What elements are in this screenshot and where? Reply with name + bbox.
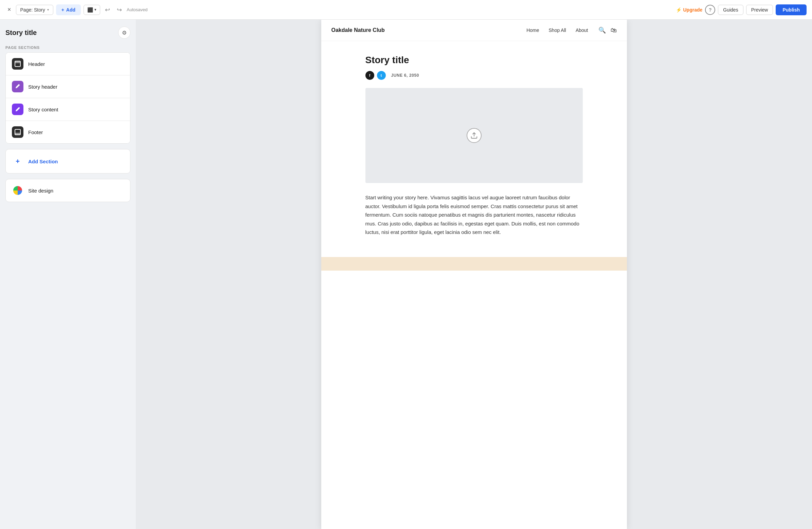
sections-list: Header Story header: [5, 52, 130, 144]
cart-icon[interactable]: 🛍: [611, 27, 617, 34]
svg-rect-4: [15, 133, 20, 135]
chevron-down-icon: ▾: [47, 8, 49, 12]
chevron-down-icon: ▾: [95, 8, 97, 12]
site-design-label: Site design: [28, 188, 53, 193]
section-item-header[interactable]: Header: [6, 53, 130, 75]
twitter-icon[interactable]: t: [377, 71, 386, 80]
story-title: Story title: [365, 55, 583, 65]
site-design-icon: [12, 185, 24, 196]
device-selector[interactable]: ⬛ ▾: [84, 5, 100, 15]
main-layout: Story title ⚙ PAGE SECTIONS Header: [0, 20, 812, 529]
sections-label: PAGE SECTIONS: [5, 45, 130, 49]
section-item-footer[interactable]: Footer: [6, 121, 130, 143]
story-meta-row: f t JUNE 6, 2050: [365, 71, 583, 80]
sidebar-title-row: Story title ⚙: [5, 27, 130, 39]
story-header-section-label: Story header: [28, 84, 57, 90]
section-item-story-header[interactable]: Story header: [6, 75, 130, 98]
nav-links: Home Shop All About: [526, 28, 588, 33]
story-date: JUNE 6, 2050: [391, 73, 419, 78]
add-button[interactable]: + Add: [56, 4, 81, 15]
canvas-area: Oakdale Nature Club Home Shop All About …: [136, 20, 812, 529]
footer-section-label: Footer: [28, 129, 43, 135]
story-body: Story title f t JUNE 6, 2050: [345, 41, 603, 257]
nav-link-about[interactable]: About: [576, 28, 588, 33]
autosaved-status: Autosaved: [127, 7, 673, 12]
upgrade-button[interactable]: ⚡ Upgrade: [676, 7, 702, 13]
page-frame: Oakdale Nature Club Home Shop All About …: [321, 20, 627, 529]
page-sections-group: PAGE SECTIONS Header: [5, 45, 130, 144]
help-button[interactable]: ?: [705, 5, 715, 15]
header-section-label: Header: [28, 61, 45, 67]
preview-nav: Oakdale Nature Club Home Shop All About …: [321, 20, 627, 41]
page-selector[interactable]: Page: Story ▾: [16, 5, 53, 15]
footer-section-icon: [12, 126, 24, 138]
add-section-button[interactable]: + Add Section: [5, 149, 130, 174]
redo-button[interactable]: ↪: [115, 4, 124, 16]
brand-name: Oakdale Nature Club: [332, 27, 527, 33]
story-image-placeholder[interactable]: [365, 88, 583, 183]
svg-point-2: [19, 107, 20, 109]
plus-icon: +: [61, 7, 64, 13]
add-section-label: Add Section: [28, 159, 58, 164]
footer-bar: [321, 257, 627, 270]
guides-button[interactable]: Guides: [718, 5, 743, 15]
plus-icon: +: [12, 156, 24, 167]
nav-link-home[interactable]: Home: [526, 28, 539, 33]
page-title: Story title: [5, 29, 37, 37]
undo-button[interactable]: ↩: [103, 4, 112, 16]
social-icons: f t: [365, 71, 386, 80]
story-header-section-icon: [12, 81, 24, 92]
nav-actions: 🔍 🛍: [598, 27, 617, 34]
lightning-icon: ⚡: [676, 7, 682, 13]
search-icon[interactable]: 🔍: [598, 27, 606, 34]
facebook-icon[interactable]: f: [365, 71, 374, 80]
close-button[interactable]: ×: [5, 4, 13, 15]
section-item-story-content[interactable]: Story content: [6, 98, 130, 121]
page-label: Page: Story: [20, 7, 45, 13]
gear-icon: ⚙: [122, 30, 127, 36]
upload-image-button[interactable]: [467, 128, 481, 143]
settings-button[interactable]: ⚙: [118, 27, 130, 39]
nav-link-shop[interactable]: Shop All: [549, 28, 566, 33]
header-section-icon: [12, 58, 24, 70]
monitor-icon: ⬛: [87, 7, 93, 13]
site-design-button[interactable]: Site design: [5, 179, 130, 202]
sidebar: Story title ⚙ PAGE SECTIONS Header: [0, 20, 136, 529]
preview-button[interactable]: Preview: [746, 5, 773, 15]
story-content-section-label: Story content: [28, 107, 58, 113]
toolbar: × Page: Story ▾ + Add ⬛ ▾ ↩ ↪ Autosaved …: [0, 0, 812, 20]
publish-button[interactable]: Publish: [775, 4, 807, 15]
svg-rect-1: [15, 61, 20, 63]
story-content-section-icon: [12, 104, 24, 115]
story-text: Start writing your story here. Vivamus s…: [365, 193, 583, 237]
